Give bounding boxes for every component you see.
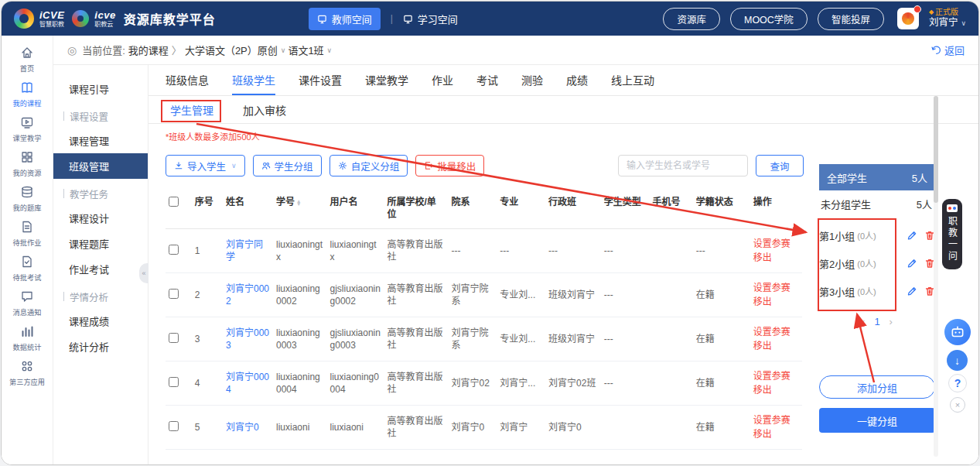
group-list-item[interactable]: 第3小组 (0人) (819, 277, 935, 305)
import-students-button[interactable]: 导入学生 ∨ (166, 155, 245, 176)
body: 首页 我的课程 课堂教学 我的资源 我的题库 待批作业 (2, 36, 978, 465)
smart-cast-button[interactable]: 智能投屏 (818, 8, 884, 30)
breadcrumb-class[interactable]: 语文1班 (288, 43, 323, 57)
select-all-checkbox[interactable] (169, 197, 179, 207)
download-button[interactable]: ↓ (947, 350, 968, 371)
vertical-scrollbar[interactable] (934, 96, 938, 457)
learning-space-button[interactable]: 学习空间 (403, 12, 458, 26)
add-group-button[interactable]: 添加分组 (819, 375, 935, 399)
remove-student-link[interactable]: 移出 (753, 427, 799, 441)
sidebar-item-home[interactable]: 首页 (2, 42, 53, 77)
sidebar-item-classroom-teaching[interactable]: 课堂教学 (2, 111, 53, 146)
notification-logo-icon[interactable] (897, 8, 919, 29)
one-click-group-button[interactable]: 一键分组 (819, 408, 935, 433)
student-name-link[interactable]: 刘宵宁0003 (226, 327, 269, 351)
prev-page-button[interactable]: ‹ (862, 316, 865, 327)
exam-icon (20, 255, 34, 269)
menu-item-course-design[interactable]: 课程设计 (53, 205, 148, 231)
subtab-join-review[interactable]: 加入审核 (238, 101, 291, 119)
tab-courseware-settings[interactable]: 课件设置 (299, 65, 342, 95)
next-page-button[interactable]: › (890, 316, 893, 327)
group-list-item[interactable]: 第2小组 (0人) (819, 249, 935, 277)
set-contest-link[interactable]: 设置参赛 (753, 325, 799, 339)
tab-exam[interactable]: 考试 (476, 65, 498, 95)
sidebar-collapse-handle[interactable]: « (139, 263, 149, 283)
edit-group-icon[interactable] (907, 286, 917, 296)
chat-assistant-button[interactable] (944, 319, 971, 345)
student-name-link[interactable]: 刘宵宁0002 (226, 283, 269, 307)
teacher-space-button[interactable]: 教师空间 (309, 8, 381, 30)
back-button[interactable]: 返回 (931, 43, 965, 57)
menu-item-course-management[interactable]: 课程管理 (53, 128, 148, 153)
edit-group-icon[interactable] (907, 258, 917, 269)
sidebar-item-statistics[interactable]: 数据统计 (2, 320, 53, 355)
sort-icon[interactable]: ▲▼ (296, 200, 301, 205)
set-contest-link[interactable]: 设置参赛 (753, 369, 799, 383)
tab-classroom-teaching[interactable]: 课堂教学 (365, 65, 408, 95)
tab-class-info[interactable]: 班级信息 (166, 65, 209, 95)
tab-grades[interactable]: 成绩 (566, 65, 588, 95)
breadcrumb-my-courses[interactable]: 我的课程 (128, 43, 169, 57)
custom-grouping-button[interactable]: 自定义分组 (330, 155, 408, 176)
sidebar-item-my-courses[interactable]: 我的课程 (2, 77, 53, 111)
sidebar-item-third-party-apps[interactable]: 第三方应用 (2, 355, 53, 390)
menu-item-course-grades[interactable]: 课程成绩 (53, 308, 148, 334)
assistant-tab[interactable]: 职教一问 (942, 199, 962, 269)
remove-student-link[interactable]: 移出 (753, 295, 799, 309)
zhijiaoyun-logo-icon (72, 10, 89, 27)
student-name-link[interactable]: 刘宵宁同学 (226, 239, 263, 262)
batch-remove-button[interactable]: 批量移出 (415, 155, 484, 176)
brand-secondary-name: icve (94, 10, 115, 20)
student-grouping-button[interactable]: 学生分组 (253, 155, 322, 176)
edit-group-icon[interactable] (907, 230, 917, 241)
row-checkbox[interactable] (169, 377, 179, 387)
menu-item-statistical-analysis[interactable]: 统计分析 (53, 334, 148, 359)
remove-student-link[interactable]: 移出 (753, 383, 799, 397)
sidebar-item-notifications[interactable]: 消息通知 (2, 286, 53, 320)
search-input[interactable] (618, 155, 748, 176)
row-checkbox[interactable] (169, 421, 179, 431)
brand-primary: iCVE 智慧职教 (14, 9, 64, 29)
group-list-item[interactable]: 第1小组 (0人) (819, 221, 935, 249)
help-button[interactable]: ? (948, 374, 967, 392)
menu-item-course-question-bank[interactable]: 课程题库 (53, 231, 148, 256)
group-pagination: ‹ 1 › (819, 316, 935, 327)
chevron-down-icon[interactable]: ∨ (327, 46, 333, 54)
tab-online-interaction[interactable]: 线上互动 (611, 65, 654, 95)
resource-library-button[interactable]: 资源库 (663, 8, 720, 30)
tab-quiz[interactable]: 测验 (521, 65, 543, 95)
sidebar-item-pending-homework[interactable]: 待批作业 (2, 216, 53, 251)
mooc-academy-button[interactable]: MOOC学院 (730, 8, 808, 30)
app-window: iCVE 智慧职教 icve 职教云 资源库教学平台 教师空间 | 学习空间 (1, 1, 979, 465)
sidebar-item-pending-exams[interactable]: 待批考试 (2, 251, 53, 286)
breadcrumb-course[interactable]: 大学语文（2P）原创 (185, 43, 278, 57)
tab-class-students[interactable]: 班级学生 (232, 65, 275, 95)
row-checkbox[interactable] (169, 333, 179, 343)
menu-item-homework-exam[interactable]: 作业考试 (53, 256, 148, 282)
tab-homework[interactable]: 作业 (432, 65, 453, 95)
sidebar-item-question-bank[interactable]: 我的题库 (2, 181, 53, 216)
student-table-area: *班级人数最多添加500人 导入学生 ∨ 学生分组 (149, 124, 810, 465)
ungrouped-students-row[interactable]: 未分组学生 5人 (819, 190, 935, 217)
row-checkbox[interactable] (169, 245, 179, 255)
sidebar-item-my-resources[interactable]: 我的资源 (2, 146, 53, 181)
set-contest-link[interactable]: 设置参赛 (753, 237, 799, 251)
remove-student-link[interactable]: 移出 (753, 339, 799, 353)
row-checkbox[interactable] (169, 289, 179, 299)
student-name-link[interactable]: 刘宵宁0 (226, 422, 259, 433)
set-contest-link[interactable]: 设置参赛 (753, 413, 799, 427)
all-students-header[interactable]: 全部学生 5人 (819, 164, 935, 190)
menu-item-course-guide[interactable]: 课程引导 (53, 76, 148, 101)
close-widgets-button[interactable]: × (950, 397, 965, 413)
menu-item-class-management[interactable]: 班级管理 (53, 153, 148, 179)
set-contest-link[interactable]: 设置参赛 (753, 281, 799, 295)
user-menu[interactable]: ◆正式版 刘宵宁∨ (929, 8, 966, 29)
chevron-down-icon[interactable]: ∨ (281, 46, 286, 54)
scrollbar-thumb[interactable] (934, 96, 938, 203)
search-button[interactable]: 查询 (756, 155, 804, 176)
subtab-student-management[interactable]: 学生管理 (166, 101, 218, 119)
remove-student-link[interactable]: 移出 (753, 251, 799, 265)
classroom-icon (20, 115, 34, 129)
page-number[interactable]: 1 (874, 316, 879, 327)
student-name-link[interactable]: 刘宵宁0004 (226, 372, 269, 395)
